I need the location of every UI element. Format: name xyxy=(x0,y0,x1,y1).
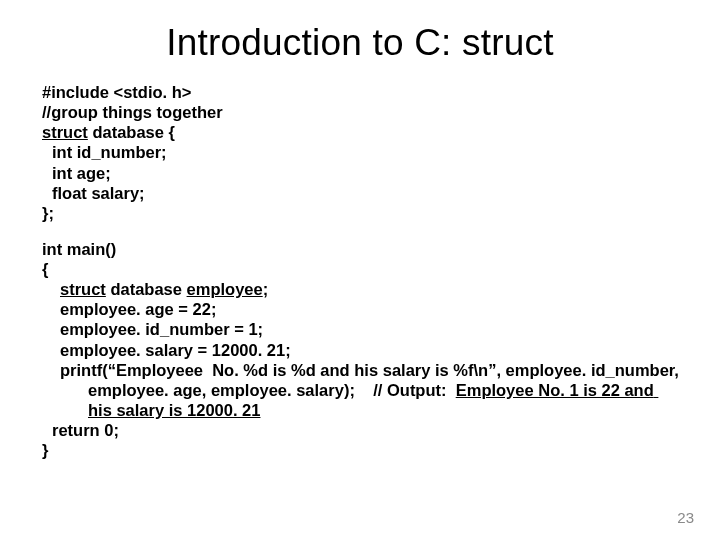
code-block-1: #include <stdio. h> //group things toget… xyxy=(0,82,720,223)
code-line: return 0; xyxy=(42,420,682,440)
code-line: employee. age, employee. salary); // Out… xyxy=(42,380,682,420)
code-line: struct database { xyxy=(42,122,682,142)
code-block-2: int main() { struct database employee; e… xyxy=(0,239,720,460)
code-line: } xyxy=(42,440,682,460)
code-line: int main() xyxy=(42,239,682,259)
keyword-struct: struct xyxy=(60,280,106,298)
keyword-struct: struct xyxy=(42,123,88,141)
spacer xyxy=(0,223,720,239)
page-number: 23 xyxy=(677,509,694,526)
code-text: employee. age, employee. salary); // Out… xyxy=(88,381,456,399)
code-line: employee. id_number = 1; xyxy=(42,319,682,339)
code-line: int id_number; xyxy=(42,142,682,162)
code-line: struct database employee; xyxy=(42,279,682,299)
code-line: printf(“Employeee No. %d is %d and his s… xyxy=(42,360,682,380)
code-line: #include <stdio. h> xyxy=(42,82,682,102)
code-line: employee. salary = 12000. 21; xyxy=(42,340,682,360)
code-line: //group things together xyxy=(42,102,682,122)
code-line: { xyxy=(42,259,682,279)
code-line: employee. age = 22; xyxy=(42,299,682,319)
code-text: database xyxy=(106,280,187,298)
variable-employee: employee xyxy=(187,280,263,298)
slide: Introduction to C: struct #include <stdi… xyxy=(0,0,720,540)
slide-title: Introduction to C: struct xyxy=(0,0,720,82)
code-line: int age; xyxy=(42,163,682,183)
code-text: database { xyxy=(88,123,175,141)
code-line: }; xyxy=(42,203,682,223)
code-text: ; xyxy=(263,280,269,298)
code-line: float salary; xyxy=(42,183,682,203)
